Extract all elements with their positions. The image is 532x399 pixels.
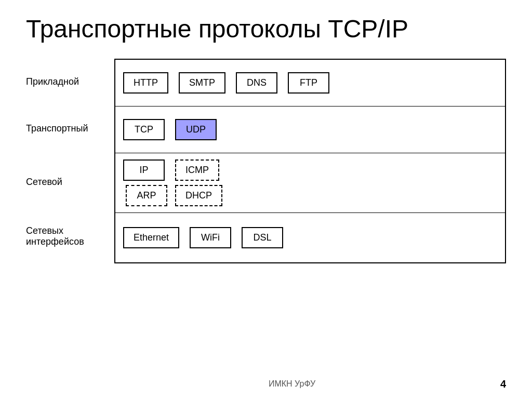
proto-smtp: SMTP xyxy=(179,72,225,94)
diagram-box: HTTP SMTP DNS FTP TCP UDP IP ICMP ARP DH… xyxy=(114,59,506,263)
network-bottom-row: ARP DHCP xyxy=(123,185,497,206)
proto-dns: DNS xyxy=(236,72,277,94)
proto-dsl: DSL xyxy=(242,227,283,248)
proto-udp: UDP xyxy=(175,119,217,140)
label-transport: Транспортный xyxy=(26,105,109,152)
proto-wifi: WiFi xyxy=(190,227,231,248)
footer-page: 4 xyxy=(500,378,506,390)
proto-ethernet: Ethernet xyxy=(123,227,179,248)
proto-tcp: TCP xyxy=(123,119,165,140)
proto-dhcp: DHCP xyxy=(175,185,222,206)
proto-http: HTTP xyxy=(123,72,168,94)
footer: ИМКН УрФУ 4 xyxy=(0,379,532,389)
label-network: Сетевой xyxy=(26,152,109,212)
label-application: Прикладной xyxy=(26,59,109,105)
slide-title: Транспортные протоколы TCP/IP xyxy=(26,16,506,43)
footer-institution: ИМКН УрФУ xyxy=(52,379,532,389)
label-interface: Сетевых интерфейсов xyxy=(26,212,109,261)
layer-network: IP ICMP ARP DHCP xyxy=(115,153,505,213)
proto-ftp: FTP xyxy=(288,72,329,94)
proto-arp: ARP xyxy=(126,185,167,206)
slide: Транспортные протоколы TCP/IP Прикладной… xyxy=(0,0,532,399)
proto-icmp: ICMP xyxy=(175,159,219,181)
layer-interface: Ethernet WiFi DSL xyxy=(115,213,505,262)
network-top-row: IP ICMP xyxy=(123,159,497,181)
proto-ip: IP xyxy=(123,159,165,181)
labels-column: Прикладной Транспортный Сетевой Сетевых … xyxy=(26,59,109,261)
layer-transport: TCP UDP xyxy=(115,107,505,153)
layer-application: HTTP SMTP DNS FTP xyxy=(115,60,505,107)
content-area: Прикладной Транспортный Сетевой Сетевых … xyxy=(26,59,506,263)
